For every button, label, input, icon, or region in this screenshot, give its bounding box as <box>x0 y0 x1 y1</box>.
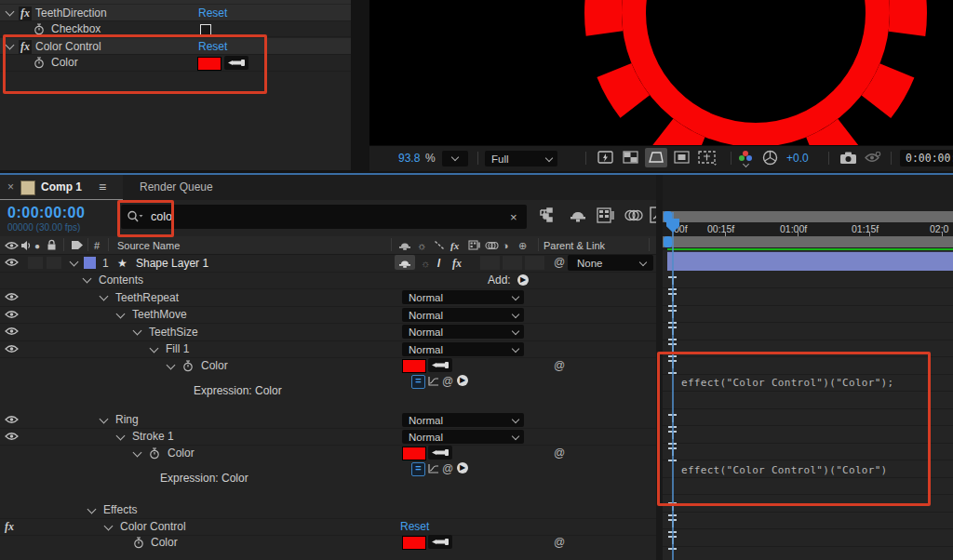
twirl-chevron-icon[interactable] <box>116 432 126 441</box>
show-snapshot-icon[interactable] <box>865 152 881 164</box>
shy-toggle-active[interactable] <box>395 255 415 270</box>
motion-blur-icon[interactable] <box>624 208 643 222</box>
current-time-indicator-line[interactable] <box>672 212 674 560</box>
expression-label[interactable]: Expression: Color <box>160 472 248 485</box>
search-input[interactable] <box>149 207 506 226</box>
panel-menu-icon[interactable]: ≡ <box>99 180 106 194</box>
eye-icon[interactable] <box>5 292 19 301</box>
twirl-chevron-icon[interactable] <box>100 292 109 301</box>
expression-code-stroke[interactable]: effect("Color Control")("Color") <box>681 464 888 476</box>
eye-icon[interactable] <box>5 432 19 441</box>
switch-cell[interactable] <box>503 256 522 270</box>
twirl-chevron-icon[interactable] <box>133 448 142 458</box>
col-source-name[interactable]: Source Name <box>117 240 180 251</box>
reset-link[interactable]: Reset <box>400 520 429 533</box>
pickwhip-icon[interactable]: @ <box>554 359 565 372</box>
search-icon[interactable] <box>127 210 143 223</box>
add-label[interactable]: Add: <box>488 273 511 287</box>
composition-viewport[interactable] <box>369 0 953 145</box>
eyedropper-icon[interactable] <box>428 446 452 460</box>
work-area-start-handle[interactable] <box>664 236 672 247</box>
reset-link[interactable]: Reset <box>198 7 227 20</box>
composition-flowchart-icon[interactable] <box>538 207 558 224</box>
reset-link[interactable]: Reset <box>198 40 227 53</box>
stopwatch-icon[interactable] <box>133 537 144 549</box>
expression-code-fill[interactable]: effect("Color Control")("Color"); <box>681 377 893 389</box>
pickwhip-icon[interactable]: @ <box>554 536 565 549</box>
pickwhip-icon[interactable]: @ <box>554 447 565 460</box>
tab-close-icon[interactable]: × <box>7 180 14 193</box>
twirl-chevron-icon[interactable] <box>6 7 15 17</box>
blend-mode-dropdown[interactable]: Normal <box>402 308 524 322</box>
work-area-bar[interactable] <box>663 211 953 222</box>
stopwatch-icon[interactable] <box>149 447 160 460</box>
twirl-chevron-icon[interactable] <box>83 274 92 284</box>
roi-button-active[interactable] <box>645 148 667 167</box>
track-area-divider[interactable] <box>656 175 663 560</box>
checkbox-control[interactable] <box>200 24 211 37</box>
stopwatch-icon[interactable] <box>34 23 45 35</box>
work-area-bar-2[interactable] <box>663 236 953 247</box>
twirl-chevron-icon[interactable] <box>100 415 109 424</box>
blend-mode-dropdown[interactable]: Normal <box>402 430 524 444</box>
transparency-grid-icon[interactable] <box>623 151 638 164</box>
layer-duration-bar[interactable] <box>667 251 953 271</box>
blend-mode-dropdown[interactable]: Normal <box>402 342 524 356</box>
twirl-chevron-icon[interactable] <box>6 41 15 50</box>
eye-icon[interactable] <box>5 258 19 267</box>
exposure-value[interactable]: +0.0 <box>786 152 809 165</box>
twirl-chevron-icon[interactable] <box>87 505 97 514</box>
add-menu-icon[interactable]: ▶ <box>517 274 529 286</box>
effect-row-colorcontrol[interactable]: fx Color Control Reset <box>0 38 351 55</box>
color-swatch[interactable] <box>402 447 426 460</box>
color-swatch[interactable] <box>197 57 221 71</box>
current-timecode[interactable]: 0:00:00:00 <box>7 205 85 221</box>
eyedropper-icon[interactable] <box>224 56 248 70</box>
eyedropper-icon[interactable] <box>428 535 452 549</box>
eyedropper-icon[interactable] <box>428 358 452 372</box>
blend-mode-dropdown[interactable]: Normal <box>402 325 524 339</box>
twirl-chevron-icon[interactable] <box>70 258 79 267</box>
time-ruler[interactable]: 00f 00:15f 01:00f 01:15f 02:0 <box>663 222 953 236</box>
twirl-chevron-icon[interactable] <box>116 310 126 319</box>
eye-icon[interactable] <box>5 415 19 424</box>
effect-row-teethdirection[interactable]: fx TeethDirection Reset <box>0 5 351 21</box>
fx-toggle[interactable]: fx <box>452 256 462 270</box>
frame-blending-icon[interactable] <box>597 207 616 223</box>
switch-cell[interactable] <box>480 256 500 270</box>
snapshot-camera-icon[interactable] <box>839 151 857 165</box>
search-clear-icon[interactable]: × <box>510 210 517 224</box>
parent-dropdown[interactable]: None <box>568 255 653 271</box>
twirl-chevron-icon[interactable] <box>150 344 159 353</box>
twirl-chevron-icon[interactable] <box>104 522 114 531</box>
viewer-timecode[interactable]: 0:00:00:00 <box>900 150 953 167</box>
eye-icon[interactable] <box>5 327 19 336</box>
search-field[interactable]: × <box>121 205 527 229</box>
eye-icon[interactable] <box>5 344 19 353</box>
property-row-checkbox[interactable]: Checkbox <box>0 21 351 37</box>
color-swatch[interactable] <box>402 536 426 550</box>
shy-layers-icon[interactable] <box>569 207 587 222</box>
layer-label-color[interactable] <box>84 257 96 269</box>
resolution-dropdown[interactable]: Full <box>485 151 557 167</box>
color-swatch[interactable] <box>402 359 426 373</box>
audio-toggle-cell[interactable] <box>28 257 43 269</box>
parent-pickwhip-icon[interactable]: @ <box>554 256 565 269</box>
stopwatch-icon[interactable] <box>182 360 194 372</box>
blend-mode-dropdown[interactable]: Normal <box>402 413 524 427</box>
exposure-icon[interactable] <box>762 150 778 166</box>
stopwatch-icon[interactable] <box>34 57 45 69</box>
solo-toggle-cell[interactable] <box>47 257 61 269</box>
tab-render-queue[interactable]: Render Queue <box>140 180 213 193</box>
twirl-chevron-icon[interactable] <box>167 361 176 370</box>
quality-toggle[interactable]: / <box>437 257 440 270</box>
col-parent-link[interactable]: Parent & Link <box>544 240 605 251</box>
tab-comp1[interactable]: × Comp 1 ≡ <box>0 175 123 200</box>
eye-icon[interactable] <box>5 310 19 319</box>
zoom-dropdown[interactable] <box>442 151 468 167</box>
property-row-color[interactable]: Color <box>0 54 351 72</box>
switch-cell[interactable] <box>525 256 544 270</box>
collapse-toggle[interactable]: ☼ <box>421 258 430 269</box>
zoom-level[interactable]: 93.8 <box>398 152 420 165</box>
fast-preview-icon[interactable] <box>597 151 614 166</box>
